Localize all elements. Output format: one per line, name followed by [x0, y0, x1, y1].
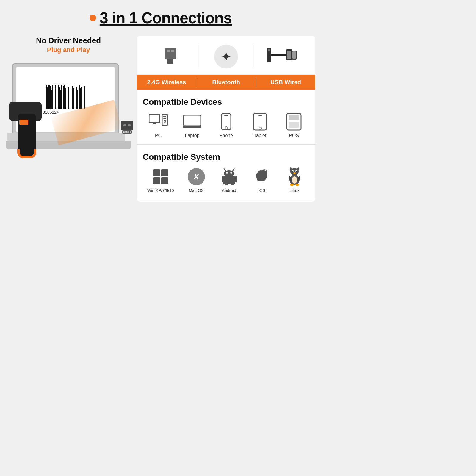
scanner-orange-ring — [17, 149, 36, 158]
connection-icons: ✦ — [137, 36, 315, 75]
dongle-label: Dongle — [122, 130, 131, 134]
macos-icon-wrap: X — [186, 168, 207, 186]
header-dot-icon — [90, 15, 96, 21]
svg-rect-14 — [163, 116, 166, 117]
android-label: Android — [222, 188, 236, 193]
svg-rect-40 — [225, 184, 228, 185]
tablet-icon — [253, 113, 267, 131]
apple-icon — [254, 168, 269, 185]
svg-rect-39 — [235, 176, 237, 182]
dongle-eye-right — [128, 124, 131, 126]
header: 3 in 1 Connections — [6, 9, 315, 27]
pos-icon-wrap — [284, 113, 304, 131]
system-item-android: Android — [219, 168, 239, 193]
svg-rect-3 — [167, 59, 173, 64]
svg-point-34 — [224, 170, 234, 176]
tablet-icon-wrap — [250, 113, 270, 131]
dongle: Dongle — [121, 121, 133, 134]
phone-icon-wrap — [216, 113, 237, 131]
wireless-conn-item — [143, 48, 198, 65]
bluetooth-symbol: ✦ — [221, 49, 232, 64]
svg-rect-30 — [153, 177, 160, 184]
linux-icon — [287, 167, 302, 186]
svg-point-52 — [290, 184, 294, 186]
svg-rect-10 — [292, 51, 296, 59]
system-item-linux: Linux — [284, 168, 305, 193]
linux-label: Linux — [289, 188, 299, 193]
ios-label: IOS — [258, 188, 265, 193]
svg-point-45 — [292, 171, 293, 172]
device-item-tablet: Tablet — [250, 113, 270, 138]
svg-point-51 — [292, 176, 297, 184]
svg-rect-2 — [171, 50, 174, 52]
wireless-dongle-icon — [160, 48, 181, 65]
connection-bar: 2.4G Wireless Bluetooth USB Wired — [137, 75, 315, 90]
svg-rect-41 — [231, 184, 234, 185]
svg-rect-20 — [224, 115, 228, 116]
compatible-devices-title: Compatible Devices — [143, 97, 309, 107]
svg-rect-29 — [161, 169, 168, 176]
ios-icon-wrap — [251, 168, 272, 186]
svg-point-47 — [293, 172, 296, 174]
device-item-pc: PC — [148, 113, 169, 138]
svg-rect-38 — [222, 176, 223, 182]
laptop-icon-wrap — [182, 113, 203, 131]
svg-rect-17 — [184, 115, 201, 126]
svg-rect-26 — [289, 115, 299, 120]
svg-point-24 — [259, 127, 261, 129]
scanner-trigger — [19, 120, 28, 125]
dongle-eyes-row — [123, 124, 131, 126]
svg-rect-13 — [162, 114, 167, 126]
device-icons-row: PC Laptop — [143, 113, 309, 138]
svg-point-36 — [230, 172, 232, 174]
compatible-system-section: Compatible System Win XP/7/8/10 — [137, 145, 315, 202]
device-item-laptop: Laptop — [182, 113, 203, 138]
svg-rect-5 — [268, 49, 270, 51]
scanner-device — [9, 99, 57, 158]
svg-point-16 — [164, 120, 166, 122]
bluetooth-icon-container: ✦ — [214, 45, 238, 68]
compatible-system-title: Compatible System — [143, 152, 309, 162]
device-item-pos: POS — [284, 113, 304, 138]
system-item-windows: Win XP/7/8/10 — [147, 168, 174, 193]
svg-rect-0 — [165, 48, 176, 59]
pos-label: POS — [289, 133, 299, 138]
windows-icon — [153, 169, 168, 184]
dongle-body — [121, 121, 133, 130]
svg-rect-12 — [153, 123, 156, 124]
windows-label: Win XP/7/8/10 — [147, 188, 174, 193]
right-panel: ✦ — [137, 36, 315, 202]
svg-rect-23 — [258, 115, 262, 116]
macos-label: Mac OS — [189, 188, 204, 193]
pc-icon — [149, 114, 168, 130]
svg-rect-31 — [161, 177, 168, 184]
svg-rect-28 — [153, 169, 160, 176]
system-icons-row: Win XP/7/8/10 X Mac OS — [143, 168, 309, 193]
compatible-devices-section: Compatible Devices — [137, 90, 315, 145]
bluetooth-conn-item: ✦ — [198, 45, 254, 68]
laptop-icon — [183, 115, 201, 129]
no-driver-heading: No Driver Needed — [6, 36, 131, 46]
svg-rect-27 — [289, 122, 299, 128]
svg-point-35 — [226, 172, 228, 174]
wireless-label: 2.4G Wireless — [137, 75, 196, 90]
pc-icon-wrap — [148, 113, 169, 131]
svg-rect-15 — [163, 118, 166, 119]
page-title: 3 in 1 Connections — [100, 9, 232, 27]
laptop-label: Laptop — [185, 133, 200, 138]
system-item-ios: IOS — [251, 168, 272, 193]
usb-cable-icon — [265, 45, 298, 68]
svg-rect-8 — [287, 51, 291, 59]
plug-play-text: Plug and Play — [6, 46, 131, 54]
svg-point-53 — [295, 184, 299, 186]
phone-label: Phone — [219, 133, 233, 138]
system-item-macos: X Mac OS — [186, 168, 207, 193]
svg-point-21 — [225, 127, 227, 129]
no-driver-label: No Driver Needed Plug and Play — [6, 36, 131, 54]
usb-wired-label: USB Wired — [256, 75, 315, 90]
windows-icon-wrap — [150, 168, 171, 186]
bluetooth-label: Bluetooth — [196, 75, 256, 90]
android-icon-wrap — [219, 168, 239, 186]
macos-icon: X — [188, 168, 205, 185]
svg-rect-19 — [221, 114, 231, 130]
